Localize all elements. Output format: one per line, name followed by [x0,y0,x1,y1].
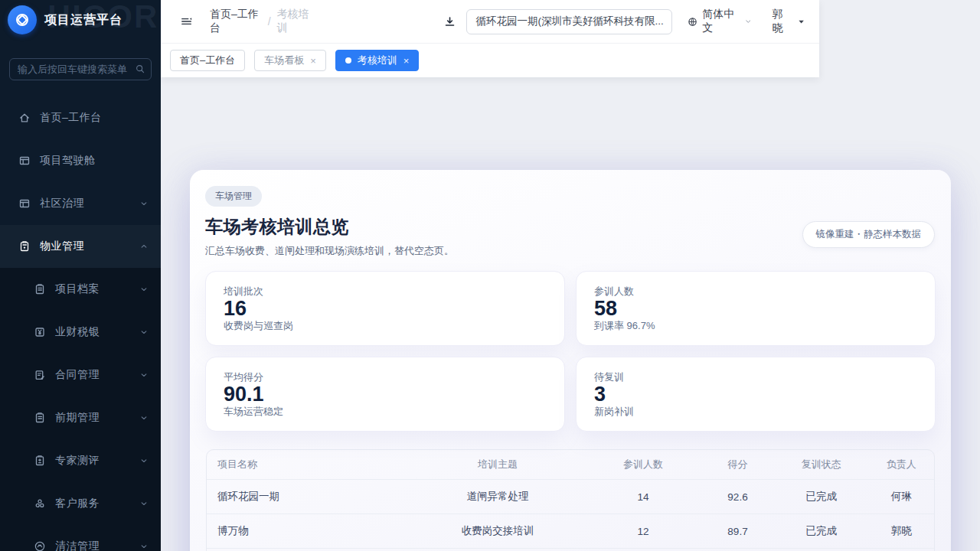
sidebar-item-home[interactable]: 首页–工作台 [0,96,161,139]
community-icon [18,197,31,210]
sidebar-search [9,58,152,80]
contract-icon [34,369,46,381]
app-logo-icon [8,5,37,34]
sidebar-subitem-early-stage[interactable]: 前期管理 [0,396,161,439]
stat-sub: 新岗补训 [594,405,917,419]
chevron-up-icon [139,242,149,251]
active-tab-dot [345,57,351,64]
tabs-bar: 首页–工作台 车场看板 × 考核培训 × [161,43,819,77]
tab-home-workbench[interactable]: 首页–工作台 [170,50,245,71]
column-header: 得分 [701,450,774,480]
stat-card-training-batches: 培训批次 16 收费岗与巡查岗 [205,271,565,346]
chevron-down-icon [139,285,149,294]
chevron-down-icon [744,17,752,26]
sidebar-item-community[interactable]: 社区治理 [0,182,161,225]
stat-value: 58 [594,298,917,319]
sidebar: HICORE 项目运营平台 首页–工作台 项目驾驶舱 社区治理 物业管理 [0,0,161,551]
tab-label: 考核培训 [358,54,397,67]
stat-label: 平均得分 [224,370,547,384]
sidebar-menu: 首页–工作台 项目驾驶舱 社区治理 物业管理 项目档案 业财税银 [0,96,161,551]
header-top-row: 首页–工作台 / 考核培训 循环花园一期(深圳市美好循环科技有限... 简体中文… [161,0,819,43]
stat-card-average-score: 平均得分 90.1 车场运营稳定 [205,357,565,432]
tab-label: 首页–工作台 [180,54,235,67]
clipboard-icon [34,283,46,295]
cell-participants: 12 [585,514,701,549]
chevron-down-icon [139,499,149,508]
training-table: 项目名称 培训主题 参训人数 得分 复训状态 负责人 循环花园一期 道闸异常处理… [206,449,935,551]
sidebar-item-label: 业财税银 [55,325,139,339]
breadcrumb-current: 考核培训 [277,8,315,35]
language-switcher[interactable]: 简体中文 [688,8,752,35]
sidebar-item-label: 合同管理 [55,368,139,382]
close-icon[interactable]: × [310,56,316,66]
cell-training-topic: 夜间来访登记 [410,549,585,551]
breadcrumb-separator: / [268,15,271,28]
sidebar-subitem-customer-service[interactable]: 客户服务 [0,482,161,525]
stat-value: 3 [594,384,917,405]
cell-score: 88.4 [701,549,774,551]
home-icon [18,112,31,124]
stat-card-participants: 参训人数 58 到课率 96.7% [576,271,936,346]
stat-label: 培训批次 [224,285,547,298]
sidebar-item-label: 前期管理 [55,411,139,425]
menu-fold-icon[interactable] [181,15,193,28]
sidebar-item-label: 首页–工作台 [40,111,149,125]
sidebar-item-label: 专家测评 [55,454,139,468]
card-header: 车场管理 车场考核培训总览 汇总车场收费、道闸处理和现场演练培训，替代空态页。 … [205,186,936,258]
brand: 项目运营平台 [0,0,161,40]
cell-owner: 郭晓 [869,514,935,549]
project-select-value: 循环花园一期(深圳市美好循环科技有限... [475,15,663,28]
stats-grid: 培训批次 16 收费岗与巡查岗 参训人数 58 到课率 96.7% 平均得分 9… [205,271,936,432]
globe-icon [688,16,697,28]
stat-sub: 收费岗与巡查岗 [224,319,547,333]
close-icon[interactable]: × [403,56,410,66]
cell-owner: 何琳 [869,480,935,514]
sidebar-search-input[interactable] [9,58,152,80]
cell-project-name: 博万物 [207,514,410,549]
cell-project-name: 循环花园一期 [207,480,410,514]
sidebar-item-cockpit[interactable]: 项目驾驶舱 [0,139,161,182]
cell-retraining-status: 已完成 [774,480,869,514]
download-icon[interactable] [444,15,456,28]
yen-icon [34,326,46,338]
column-header: 复训状态 [774,450,869,480]
category-badge: 车场管理 [205,186,262,207]
user-name: 郭晓 [773,8,791,35]
sidebar-subitem-archive[interactable]: 项目档案 [0,268,161,311]
cell-owner: 曾丽娜 [869,549,935,551]
chevron-down-icon [139,542,149,551]
sidebar-subitem-evaluation[interactable]: 专家测评 [0,439,161,482]
mirror-rebuild-button[interactable]: 镜像重建・静态样本数据 [802,221,936,248]
stat-label: 待复训 [594,370,917,384]
breadcrumb-root[interactable]: 首页–工作台 [210,8,262,35]
stat-sub: 到课率 96.7% [594,319,917,333]
cell-participants: 14 [585,480,701,514]
cell-retraining-status: 已完成 [774,514,869,549]
chevron-down-icon [139,413,149,422]
sidebar-item-label: 社区治理 [40,197,139,210]
project-select[interactable]: 循环花园一期(深圳市美好循环科技有限... [466,9,672,34]
chevron-down-icon [139,370,149,380]
sidebar-submenu: 项目档案 业财税银 合同管理 前期管理 专家测评 [0,268,161,551]
main-content-card: 车场管理 车场考核培训总览 汇总车场收费、道闸处理和现场演练培训，替代空态页。 … [190,170,951,551]
evaluation-icon [34,455,46,467]
sidebar-item-property[interactable]: 物业管理 [0,225,161,268]
search-icon [135,64,145,74]
table-row[interactable]: 美好花园 夜间来访登记 11 88.4 待复训 曾丽娜 [207,549,934,551]
table-row[interactable]: 循环花园一期 道闸异常处理 14 92.6 已完成 何琳 [207,480,934,514]
stat-value: 16 [224,298,547,319]
tab-assessment-training[interactable]: 考核培训 × [335,50,420,71]
cell-retraining-status: 待复训 [774,549,869,551]
sidebar-subitem-finance[interactable]: 业财税银 [0,311,161,354]
user-menu[interactable]: 郭晓 [773,8,805,35]
sidebar-subitem-contract[interactable]: 合同管理 [0,354,161,396]
language-label: 简体中文 [702,8,740,35]
cell-participants: 11 [585,549,701,551]
cleaning-icon [34,540,46,551]
tab-parking-board[interactable]: 车场看板 × [254,50,326,71]
breadcrumb: 首页–工作台 / 考核培训 [210,8,314,35]
clipboard-icon [34,412,46,424]
sidebar-subitem-cleaning[interactable]: 清洁管理 [0,525,161,551]
table-row[interactable]: 博万物 收费岗交接培训 12 89.7 已完成 郭晓 [207,514,934,549]
cell-score: 89.7 [701,514,774,549]
